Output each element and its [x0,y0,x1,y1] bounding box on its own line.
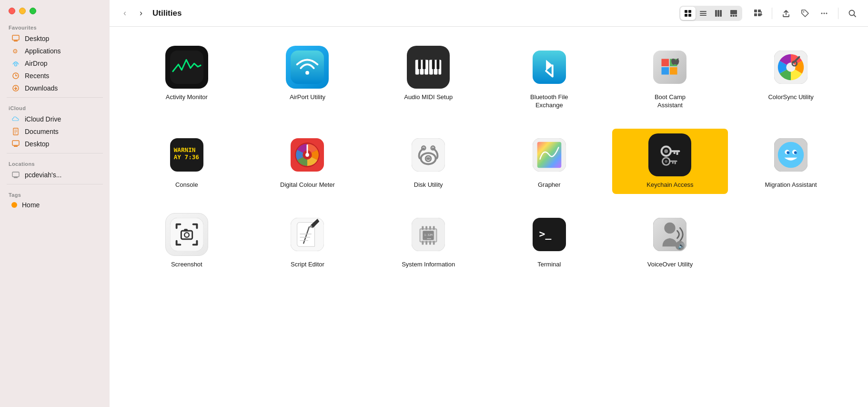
documents-icon [11,127,20,136]
script-editor-label: Script Editor [291,261,324,269]
home-tag-dot [11,202,17,208]
sidebar-divider-1 [7,97,103,98]
disk-utility-label: Disk Utility [414,181,443,189]
app-item-boot-camp-assistant[interactable]: Boot Camp Assistant [612,41,728,114]
sidebar-item-home[interactable]: Home [3,200,107,210]
svg-point-81 [665,160,668,163]
svg-rect-109 [433,241,435,244]
digital-colour-meter-icon [286,133,329,176]
svg-rect-12 [688,10,691,13]
svg-rect-8 [14,146,18,147]
sidebar-item-airdrop-label: AirDrop [25,60,47,67]
page-title: Utilities [152,9,182,18]
svg-rect-24 [735,15,737,17]
boot-camp-assistant-icon [648,46,691,89]
sidebar-item-airdrop[interactable]: AirDrop [3,57,107,70]
sidebar-item-applications-label: Applications [25,47,61,55]
app-item-migration-assistant[interactable]: Migration Assistant [733,129,849,194]
sidebar-item-desktop2[interactable]: Desktop [3,138,107,150]
app-item-screenshot[interactable]: Screenshot [129,208,245,274]
icloud-drive-icon [11,115,20,123]
system-information-icon: 1-32M ⎵ ▬▬▬ [407,213,450,256]
sidebar-item-documents[interactable]: Documents [3,125,107,138]
bluetooth-file-exchange-label: Bluetooth File Exchange [521,93,578,110]
group-button[interactable] [751,6,765,20]
sidebar: Favourites Desktop ⚙ Applications AirDro… [0,0,110,407]
icloud-section-label: iCloud [0,101,110,113]
console-icon: WARNIN AY 7:36 [165,133,208,176]
app-item-digital-colour-meter[interactable]: Digital Colour Meter [250,129,366,194]
app-item-bluetooth-file-exchange[interactable]: Bluetooth File Exchange [491,41,607,114]
app-item-disk-utility[interactable]: Disk Utility [370,129,486,194]
svg-rect-78 [676,152,678,155]
colorsync-utility-label: ColorSync Utility [768,93,813,102]
more-button[interactable] [817,6,831,20]
app-item-keychain-access[interactable]: Keychain Access [612,129,728,194]
minimize-button[interactable] [19,8,26,14]
svg-rect-9 [12,172,19,177]
svg-rect-104 [429,226,431,230]
grapher-icon [528,133,571,176]
traffic-lights [0,0,110,20]
favourites-section-label: Favourites [0,20,110,32]
svg-point-36 [306,71,310,75]
migration-assistant-icon [769,133,812,176]
svg-text:⎵ ▬▬▬: ⎵ ▬▬▬ [424,236,431,239]
svg-rect-94 [184,229,188,231]
svg-text:AY 7:36: AY 7:36 [174,153,199,161]
tag-button[interactable] [798,6,812,20]
screenshot-label: Screenshot [171,261,202,269]
svg-rect-10 [14,177,18,178]
sidebar-item-home-label: Home [22,201,40,209]
svg-rect-21 [730,10,737,14]
nav-buttons: ‹ › [118,7,148,20]
sidebar-item-pcdeviah[interactable]: pcdeviah's... [3,169,107,181]
share-button[interactable] [779,6,793,20]
app-item-terminal[interactable]: >_ Terminal [491,208,607,274]
sidebar-item-desktop[interactable]: Desktop [3,32,107,45]
app-item-grapher[interactable]: Grapher [491,129,607,194]
sidebar-item-downloads-label: Downloads [25,84,58,92]
maximize-button[interactable] [30,8,36,14]
svg-marker-50 [662,59,669,67]
sidebar-item-documents-label: Documents [25,128,59,135]
svg-rect-16 [700,13,707,14]
toolbar-separator [772,8,772,19]
svg-rect-11 [685,10,687,13]
app-item-audio-midi-setup[interactable]: Audio MIDI Setup [370,41,486,114]
downloads-icon [11,84,20,92]
app-item-airport-utility[interactable]: AirPort Utility [250,41,366,114]
svg-rect-27 [754,13,757,16]
sidebar-item-icloud-drive[interactable]: iCloud Drive [3,113,107,125]
svg-rect-20 [720,10,722,17]
search-button[interactable] [845,6,859,20]
svg-rect-35 [291,51,324,84]
sidebar-item-applications[interactable]: ⚙ Applications [3,45,107,57]
voiceover-utility-icon: 🔊 [648,213,691,256]
back-button[interactable]: ‹ [118,7,131,20]
app-item-activity-monitor[interactable]: Activity Monitor [129,41,245,114]
app-item-console[interactable]: WARNIN AY 7:36 Console [129,129,245,194]
boot-camp-assistant-label: Boot Camp Assistant [641,93,698,110]
audio-midi-setup-label: Audio MIDI Setup [404,93,453,102]
svg-point-55 [786,62,795,71]
svg-rect-106 [422,241,424,244]
colorsync-utility-icon [769,46,812,89]
app-item-colorsync-utility[interactable]: ColorSync Utility [733,41,849,114]
svg-point-90 [794,151,797,154]
app-item-system-information[interactable]: 1-32M ⎵ ▬▬▬ System Information [370,208,486,274]
svg-point-3 [15,64,17,66]
close-button[interactable] [9,8,15,14]
view-list-button[interactable] [696,7,711,20]
svg-rect-66 [412,138,445,172]
view-gallery-button[interactable] [726,7,741,20]
forward-button[interactable]: › [134,7,148,20]
sidebar-item-recents[interactable]: Recents [3,70,107,82]
app-item-voiceover-utility[interactable]: 🔊 VoiceOver Utility [612,208,728,274]
svg-rect-79 [674,152,676,154]
view-columns-button[interactable] [711,7,726,20]
view-icons-button[interactable] [680,7,696,20]
app-item-script-editor[interactable]: Script Editor [250,208,366,274]
sidebar-item-downloads[interactable]: Downloads [3,82,107,94]
content-area: Activity Monitor AirPort Utility [110,27,868,407]
